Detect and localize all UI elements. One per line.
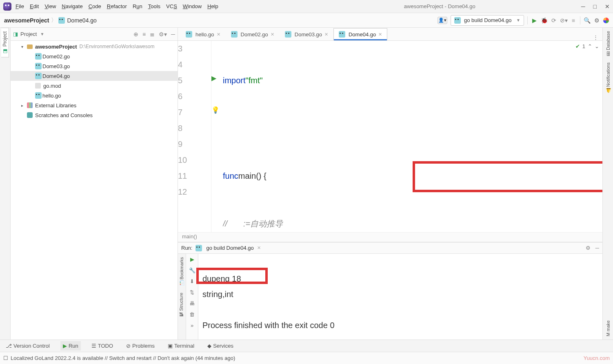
run-toolbar: ▶ 🔧 ⬇ ⇅ 🖶 🗑 » <box>186 254 198 340</box>
select-opened-file-icon[interactable]: ⊕ <box>133 31 138 38</box>
project-panel: ◨ Project ▼ ⊕ ≡ ≣ ⚙▾ ─ ▾ awesomeProject … <box>11 28 178 340</box>
sidebar-tool-make[interactable]: M make <box>605 317 611 340</box>
status-message[interactable]: Localized GoLand 2022.2.4 is available /… <box>11 355 235 361</box>
minimize-icon[interactable]: ─ <box>581 3 585 10</box>
go-file-icon <box>285 31 291 38</box>
filter-icon[interactable]: ⇅ <box>190 289 194 295</box>
tree-project-root[interactable]: ▾ awesomeProject D:\Environment\GoWorks\… <box>11 42 178 51</box>
tree-file[interactable]: go.mod <box>11 81 178 91</box>
chevron-down-icon[interactable]: ⌄ <box>595 43 599 49</box>
menu-run[interactable]: Run <box>133 3 142 9</box>
sidebar-tool-database[interactable]: 🗄 Database <box>605 28 611 59</box>
run-button[interactable]: ▶ <box>531 17 537 24</box>
editor[interactable]: 3 4 5 6 7 8 9 10 11 12 ▶ 💡 import "fmt" … <box>178 41 602 232</box>
menu-window[interactable]: Window <box>183 3 202 9</box>
run-settings-icon[interactable]: ⚙ <box>586 245 591 251</box>
breadcrumb-file[interactable]: Dome04.go <box>67 17 97 24</box>
collapse-all-icon[interactable]: ≣ <box>150 31 155 38</box>
tree-root-path: D:\Environment\GoWorks\awesom <box>80 44 155 49</box>
menu-code[interactable]: Code <box>89 3 101 9</box>
chevron-up-icon[interactable]: ⌃ <box>588 43 592 49</box>
search-icon[interactable]: 🔍 <box>584 17 590 24</box>
sidebar-tool-project[interactable]: ◨ Project <box>1 28 9 58</box>
tree-file[interactable]: Dome02.go <box>11 51 178 61</box>
expand-icon[interactable]: » <box>191 322 193 328</box>
intention-bulb-icon[interactable]: 💡 <box>211 106 220 114</box>
library-icon <box>27 102 33 108</box>
tree-file[interactable]: hello.go <box>11 91 178 100</box>
coverage-button[interactable]: ⟳ <box>551 17 557 24</box>
breadcrumb-project[interactable]: awesomeProject <box>4 17 49 24</box>
play-icon: ▶ <box>63 343 67 349</box>
run-config-name[interactable]: go build Dome04.go <box>206 245 253 251</box>
hide-panel-icon[interactable]: ─ <box>171 31 175 38</box>
down-icon[interactable]: ⬇ <box>190 278 194 284</box>
tab-hello[interactable]: hello.go✕ <box>180 28 226 40</box>
go-file-icon <box>231 31 238 38</box>
close-run-tab-icon[interactable]: ✕ <box>257 245 261 251</box>
close-tab-icon[interactable]: ✕ <box>217 32 220 37</box>
print-icon[interactable]: 🖶 <box>189 300 195 306</box>
expand-all-icon[interactable]: ≡ <box>142 31 146 38</box>
profile-button[interactable]: ⊘▾ <box>560 17 567 24</box>
tab-dome02[interactable]: Dome02.go✕ <box>226 28 280 40</box>
todo-icon: ☰ <box>91 343 96 349</box>
menu-navigate[interactable]: Navigate <box>62 3 82 9</box>
sidebar-tool-bookmarks[interactable]: 📑 Bookmarks <box>178 254 186 289</box>
stop-button[interactable]: ■ <box>570 17 577 24</box>
go-file-icon <box>35 92 42 99</box>
go-file-icon <box>35 53 42 60</box>
wrench-icon[interactable]: 🔧 <box>189 267 195 273</box>
hide-run-icon[interactable]: ─ <box>595 245 599 251</box>
debug-button[interactable]: 🐞 <box>541 17 547 24</box>
tab-dome03[interactable]: Dome03.go✕ <box>280 28 333 40</box>
bt-run[interactable]: ▶Run <box>60 341 81 351</box>
menu-file[interactable]: File <box>16 3 24 9</box>
sidebar-tool-structure[interactable]: 🏗 Structure <box>178 289 186 320</box>
close-tab-icon[interactable]: ✕ <box>324 32 328 37</box>
close-icon[interactable]: ✕ <box>605 3 610 10</box>
tree-scratches[interactable]: ▸Scratches and Consoles <box>11 110 178 120</box>
console-output[interactable]: dupeng 18 string,int Process finished wi… <box>198 254 602 340</box>
tree-file[interactable]: Dome03.go <box>11 61 178 71</box>
editor-breadcrumb[interactable]: main() <box>178 232 602 242</box>
palette-icon[interactable] <box>603 18 609 23</box>
sidebar-tool-notifications[interactable]: 🔔 Notifications <box>604 59 611 97</box>
panel-settings-icon[interactable]: ⚙▾ <box>159 31 167 38</box>
menu-view[interactable]: View <box>44 3 56 9</box>
user-select-icon[interactable]: 👤▾ <box>438 17 447 24</box>
line-numbers: 3 4 5 6 7 8 9 10 11 12 <box>178 41 211 232</box>
settings-icon[interactable]: ⚙ <box>593 17 600 24</box>
go-file-icon <box>339 31 345 38</box>
left-toolwindow-bar: ◨ Project <box>0 28 11 340</box>
run-configuration[interactable]: go build Dome04.go ▼ <box>451 15 524 26</box>
menu-tools[interactable]: Tools <box>148 3 160 9</box>
tree-external-libs[interactable]: ▸External Libraries <box>11 100 178 110</box>
bt-todo[interactable]: ☰TODO <box>89 341 115 351</box>
tabs-options-icon[interactable]: ⋮ <box>589 34 602 40</box>
rerun-button[interactable]: ▶ <box>190 256 194 262</box>
code-content[interactable]: import "fmt" func main() { // :=自动推导 nam… <box>223 41 602 232</box>
status-bar: ☐ Localized GoLand 2022.2.4 is available… <box>0 352 613 364</box>
close-tab-icon[interactable]: ✕ <box>378 32 382 37</box>
info-icon[interactable]: ☐ <box>3 355 8 361</box>
trash-icon[interactable]: 🗑 <box>189 311 195 317</box>
run-gutter-icon[interactable]: ▶ <box>211 74 216 82</box>
run-config-label: go build Dome04.go <box>464 17 511 23</box>
bt-terminal[interactable]: ▣Terminal <box>165 341 197 351</box>
menu-vcs[interactable]: VCS <box>166 3 177 9</box>
maximize-icon[interactable]: □ <box>593 3 597 10</box>
project-panel-title[interactable]: Project <box>20 31 37 37</box>
bt-version-control[interactable]: ⎇Version Control <box>3 341 52 351</box>
bt-problems[interactable]: ⊘Problems <box>124 341 157 351</box>
go-file-icon <box>35 73 42 79</box>
inspections-widget[interactable]: ✔ 1 ⌃ ⌄ <box>575 43 599 49</box>
tree-file-selected[interactable]: Dome04.go <box>11 71 178 81</box>
menu-refactor[interactable]: Refactor <box>107 3 127 9</box>
menu-help[interactable]: Help <box>207 3 218 9</box>
window-title: awesomeProject - Dome04.go <box>298 3 581 9</box>
tab-dome04[interactable]: Dome04.go✕ <box>333 28 387 40</box>
close-tab-icon[interactable]: ✕ <box>271 32 274 37</box>
menu-edit[interactable]: Edit <box>30 3 39 9</box>
chevron-down-icon[interactable]: ▼ <box>40 32 44 36</box>
